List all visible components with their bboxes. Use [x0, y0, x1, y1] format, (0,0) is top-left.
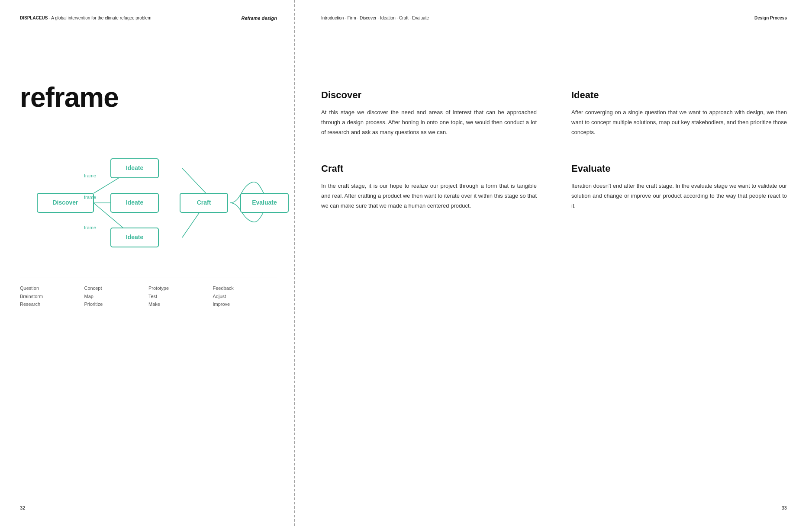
- svg-text:frame: frame: [84, 225, 96, 230]
- bottom-item: Test: [148, 292, 213, 301]
- bottom-item: Map: [84, 292, 149, 301]
- right-section: Design Process: [754, 16, 787, 20]
- section-discover-title: Discover: [321, 90, 537, 101]
- right-page-number: 33: [782, 505, 787, 510]
- page-title: reframe: [20, 81, 277, 113]
- bottom-item: Question: [20, 284, 84, 292]
- svg-text:Discover: Discover: [52, 199, 78, 206]
- page-right: Introduction · Firm · Discover · Ideatio…: [295, 0, 812, 526]
- left-page-number: 32: [20, 505, 25, 510]
- bottom-item: Research: [20, 300, 84, 308]
- section-discover: Discover At this stage we discover the n…: [321, 90, 537, 137]
- section-ideate: Ideate After converging on a single ques…: [571, 90, 787, 137]
- left-header-section: Reframe design: [241, 16, 277, 21]
- section-evaluate-body: Iteration doesn't end after the craft st…: [571, 181, 787, 211]
- svg-text:Craft: Craft: [197, 199, 211, 206]
- bottom-item: Brainstorm: [20, 292, 84, 301]
- section-discover-body: At this stage we discover the need and a…: [321, 108, 537, 137]
- right-header: Introduction · Firm · Discover · Ideatio…: [321, 16, 787, 20]
- bottom-item: Make: [148, 300, 213, 308]
- svg-text:Ideate: Ideate: [126, 234, 144, 241]
- section-evaluate-title: Evaluate: [571, 163, 787, 174]
- left-header: DISPLACEUS · A global intervention for t…: [20, 16, 277, 21]
- bottom-item: Concept: [84, 284, 149, 292]
- bottom-item: Prioritize: [84, 300, 149, 308]
- bottom-item: Adjust: [213, 292, 277, 301]
- section-craft-title: Craft: [321, 163, 537, 174]
- svg-text:frame: frame: [84, 173, 96, 178]
- bottom-item: Improve: [213, 300, 277, 308]
- bottom-list: Question Brainstorm Research Concept Map…: [20, 278, 277, 308]
- section-ideate-title: Ideate: [571, 90, 787, 101]
- brand-name: DISPLACEUS: [20, 16, 48, 20]
- section-evaluate: Evaluate Iteration doesn't end after the…: [571, 163, 787, 211]
- spread: DISPLACEUS · A global intervention for t…: [0, 0, 812, 526]
- section-craft-body: In the craft stage, it is our hope to re…: [321, 181, 537, 211]
- section-craft: Craft In the craft stage, it is our hope…: [321, 163, 537, 211]
- svg-text:Ideate: Ideate: [126, 164, 144, 171]
- right-content: Discover At this stage we discover the n…: [321, 90, 787, 211]
- svg-text:Ideate: Ideate: [126, 199, 144, 206]
- section-ideate-body: After converging on a single question th…: [571, 108, 787, 137]
- bottom-col-4: Feedback Adjust Improve: [213, 284, 277, 308]
- diagram: Discover Ideate Ideate Ideate Craft Eval…: [20, 126, 277, 265]
- left-header-brand: DISPLACEUS · A global intervention for t…: [20, 16, 151, 20]
- page-left: DISPLACEUS · A global intervention for t…: [0, 0, 294, 526]
- svg-text:Evaluate: Evaluate: [252, 199, 277, 206]
- right-breadcrumb: Introduction · Firm · Discover · Ideatio…: [321, 16, 429, 20]
- brand-subtitle: · A global intervention for the climate …: [48, 16, 151, 20]
- bottom-col-2: Concept Map Prioritize: [84, 284, 149, 308]
- svg-text:frame: frame: [84, 195, 96, 200]
- bottom-col-3: Prototype Test Make: [148, 284, 213, 308]
- bottom-item: Prototype: [148, 284, 213, 292]
- bottom-item: Feedback: [213, 284, 277, 292]
- bottom-col-1: Question Brainstorm Research: [20, 284, 84, 308]
- svg-line-3: [182, 168, 206, 193]
